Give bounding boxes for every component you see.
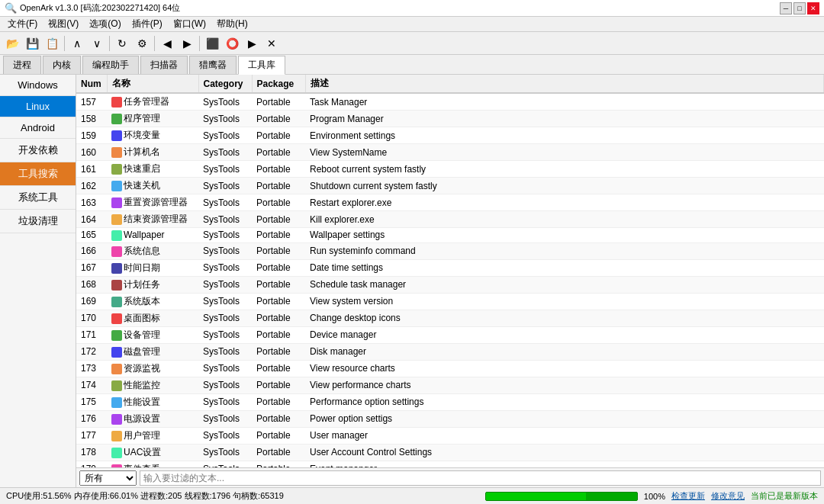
cell-num: 162 xyxy=(76,178,107,194)
nav-tab-0[interactable]: 进程 xyxy=(3,56,41,74)
cell-desc: View performance charts xyxy=(305,377,824,393)
table-row[interactable]: 169系统版本SysToolsPortableView system versi… xyxy=(76,293,824,310)
cell-desc: View SystemName xyxy=(305,144,824,161)
memory-bar xyxy=(485,492,638,501)
cell-desc: Change desktop icons xyxy=(305,310,824,326)
table-row[interactable]: 162快速关机SysToolsPortableShutdown current … xyxy=(76,178,824,194)
cell-category: SysTools xyxy=(198,293,252,310)
row-icon xyxy=(111,280,122,291)
nav-tab-2[interactable]: 编程助手 xyxy=(82,56,139,74)
menu-item-f[interactable]: 文件(F) xyxy=(3,17,42,31)
table-row[interactable]: 157任务管理器SysToolsPortableTask Manager xyxy=(76,93,824,111)
cell-category: SysTools xyxy=(198,211,252,228)
table-row[interactable]: 176电源设置SysToolsPortablePower option sett… xyxy=(76,410,824,427)
table-row[interactable]: 168计划任务SysToolsPortableSchedule task man… xyxy=(76,276,824,293)
toolbar-save[interactable]: 💾 xyxy=(23,34,41,53)
sidebar-item-1[interactable]: Linux xyxy=(0,96,76,117)
menubar: 文件(F)视图(V)选项(O)插件(P)窗口(W)帮助(H) xyxy=(0,17,824,32)
tools-table: Num 名称 Category Package 描述 157任务管理器SysTo… xyxy=(76,75,824,467)
cell-desc: Date time settings xyxy=(305,259,824,276)
table-row[interactable]: 171设备管理SysToolsPortableDevice manager xyxy=(76,326,824,343)
update-button[interactable]: 检查更新 xyxy=(671,490,705,502)
cell-package: Portable xyxy=(252,161,305,178)
table-row[interactable]: 164结束资源管理器SysToolsPortableKill explorer.… xyxy=(76,211,824,228)
cell-num: 159 xyxy=(76,127,107,144)
filter-category-select[interactable]: 所有 SysTools xyxy=(79,470,137,486)
table-row[interactable]: 175性能设置SysToolsPortablePerformance optio… xyxy=(76,393,824,410)
table-row[interactable]: 167时间日期SysToolsPortableDate time setting… xyxy=(76,259,824,276)
cell-package: Portable xyxy=(252,427,305,444)
menu-item-o[interactable]: 选项(O) xyxy=(85,17,125,31)
col-header-num: Num xyxy=(76,75,107,93)
toolbar-refresh[interactable]: ↻ xyxy=(113,34,131,53)
toolbar-circle[interactable]: ⭕ xyxy=(223,34,241,53)
toolbar-back[interactable]: ◀ xyxy=(158,34,176,53)
toolbar-forward[interactable]: ▶ xyxy=(178,34,196,53)
table-row[interactable]: 163重置资源管理器SysToolsPortableRestart explor… xyxy=(76,194,824,211)
toolbar-down[interactable]: ∨ xyxy=(88,34,106,53)
col-header-name: 名称 xyxy=(107,75,198,93)
toolbar-gear[interactable]: ⚙ xyxy=(133,34,151,53)
cell-category: SysTools xyxy=(198,93,252,111)
nav-tab-1[interactable]: 内核 xyxy=(43,56,81,74)
table-row[interactable]: 165WallpaperSysToolsPortableWallpaper se… xyxy=(76,228,824,243)
table-row[interactable]: 160计算机名SysToolsPortableView SystemName xyxy=(76,144,824,161)
table-row[interactable]: 179事件查看SysToolsPortableEvent mananger xyxy=(76,461,824,467)
close-button[interactable]: ✕ xyxy=(807,2,819,14)
cell-num: 173 xyxy=(76,360,107,377)
table-row[interactable]: 177用户管理SysToolsPortableUser manager xyxy=(76,427,824,444)
maximize-button[interactable]: □ xyxy=(793,2,806,14)
filter-input[interactable] xyxy=(140,470,821,486)
menu-item-v[interactable]: 视图(V) xyxy=(43,17,83,31)
sidebar-item-5[interactable]: 系统工具 xyxy=(0,186,76,210)
table-row[interactable]: 174性能监控SysToolsPortableView performance … xyxy=(76,377,824,393)
title-bar-controls[interactable]: ─ □ ✕ xyxy=(780,2,819,14)
table-row[interactable]: 158程序管理SysToolsPortableProgram Manager xyxy=(76,111,824,127)
cell-desc: Event mananger xyxy=(305,461,824,467)
table-row[interactable]: 166系统信息SysToolsPortableRun systeminfo co… xyxy=(76,242,824,259)
navtabs: 进程内核编程助手扫描器猎鹰器工具库 xyxy=(0,55,824,75)
nav-tab-4[interactable]: 猎鹰器 xyxy=(189,56,237,74)
row-icon xyxy=(111,147,122,158)
cell-desc: Environment settings xyxy=(305,127,824,144)
table-body: 157任务管理器SysToolsPortableTask Manager158程… xyxy=(76,93,824,467)
toolbar-stop[interactable]: ✕ xyxy=(262,34,281,53)
cell-name: 程序管理 xyxy=(107,111,198,127)
sidebar-item-0[interactable]: Windows xyxy=(0,75,76,96)
sidebar-item-4[interactable]: 工具搜索 xyxy=(0,162,76,186)
toolbar-block[interactable]: ⬛ xyxy=(203,34,221,53)
cell-num: 157 xyxy=(76,93,107,111)
table-row[interactable]: 172磁盘管理SysToolsPortableDisk manager xyxy=(76,343,824,360)
cell-desc: Task Manager xyxy=(305,93,824,111)
row-icon xyxy=(111,431,122,441)
toolbar-copy[interactable]: 📋 xyxy=(43,34,61,53)
cell-category: SysTools xyxy=(198,178,252,194)
menu-item-p[interactable]: 插件(P) xyxy=(127,17,167,31)
sidebar-item-6[interactable]: 垃圾清理 xyxy=(0,210,76,233)
table-row[interactable]: 178UAC设置SysToolsPortableUser Account Con… xyxy=(76,444,824,461)
sidebar-item-3[interactable]: 开发依赖 xyxy=(0,139,76,162)
cell-category: SysTools xyxy=(198,194,252,211)
cell-category: SysTools xyxy=(198,111,252,127)
menu-item-h[interactable]: 帮助(H) xyxy=(212,17,253,31)
cell-num: 161 xyxy=(76,161,107,178)
nav-tab-5[interactable]: 工具库 xyxy=(238,56,285,75)
cell-num: 171 xyxy=(76,326,107,343)
table-row[interactable]: 173资源监视SysToolsPortableView resource cha… xyxy=(76,360,824,377)
toolbar-play[interactable]: ▶ xyxy=(243,34,261,53)
table-row[interactable]: 159环境变量SysToolsPortableEnvironment setti… xyxy=(76,127,824,144)
table-row[interactable]: 170桌面图标SysToolsPortableChange desktop ic… xyxy=(76,310,824,326)
row-icon xyxy=(111,297,122,307)
toolbar-up[interactable]: ∧ xyxy=(68,34,86,53)
cell-num: 177 xyxy=(76,427,107,444)
table-row[interactable]: 161快速重启SysToolsPortableReboot current sy… xyxy=(76,161,824,178)
cell-name: 磁盘管理 xyxy=(107,343,198,360)
nav-tab-3[interactable]: 扫描器 xyxy=(140,56,188,74)
cell-num: 164 xyxy=(76,211,107,228)
sidebar-item-2[interactable]: Android xyxy=(0,117,76,139)
menu-item-w[interactable]: 窗口(W) xyxy=(169,17,211,31)
table-container[interactable]: Num 名称 Category Package 描述 157任务管理器SysTo… xyxy=(76,75,824,467)
toolbar-open[interactable]: 📂 xyxy=(3,34,21,53)
minimize-button[interactable]: ─ xyxy=(780,2,792,14)
modify-button[interactable]: 修改意见 xyxy=(711,490,745,502)
